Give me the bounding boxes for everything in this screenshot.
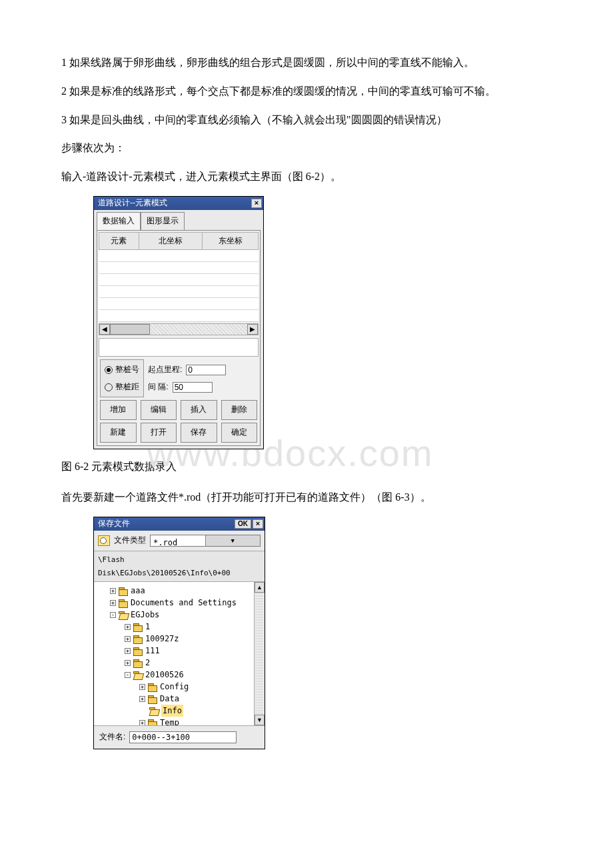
edit-button[interactable]: 编辑 [141,400,177,420]
folder-icon [148,683,157,691]
scroll-thumb[interactable] [110,324,150,335]
tree-node[interactable]: +111 [98,645,250,657]
filename-input[interactable] [129,731,237,743]
close-icon[interactable]: × [253,519,263,529]
folder-icon [133,659,143,667]
chevron-down-icon[interactable]: ▼ [205,535,261,546]
paragraph-2: 2 如果是标准的线路形式，每个交点下都是标准的缓圆缓的情况，中间的零直线可输可不… [40,82,573,101]
element-grid[interactable]: 元素 北坐标 东坐标 [99,232,259,323]
tab-graphic-display[interactable]: 图形显示 [141,212,185,230]
radio-whole-stake-distance[interactable]: 整桩距 [105,380,139,395]
tree-node[interactable]: Info [98,705,250,717]
folder-open-icon [133,671,143,679]
scroll-left-icon[interactable]: ◀ [99,324,110,335]
tree-label: EGJobs [131,609,159,621]
info-box [99,338,259,357]
folder-open-icon [149,707,159,715]
scroll-down-icon[interactable]: ▼ [255,715,265,725]
dialog-titlebar: 保存文件 OK × [94,517,265,531]
new-button[interactable]: 新建 [100,423,137,443]
radio-whole-stake-number[interactable]: 整桩号 [105,363,139,377]
tree-label-selected: Info [161,705,183,717]
expand-icon[interactable]: + [139,720,145,726]
close-icon[interactable]: × [251,199,262,208]
radio-icon [105,383,113,391]
search-icon[interactable] [98,535,110,546]
table-row[interactable] [99,262,259,274]
column-east[interactable]: 东坐标 [203,232,259,250]
insert-button[interactable]: 插入 [181,400,217,420]
column-element[interactable]: 元素 [99,232,139,250]
add-button[interactable]: 增加 [100,400,137,420]
horizontal-scrollbar[interactable]: ◀ ▶ [99,323,259,335]
tree-label: 20100526 [145,669,184,681]
delete-button[interactable]: 删除 [221,400,258,420]
expand-icon[interactable]: + [139,696,145,702]
tree-label: Data [160,693,179,705]
collapse-icon[interactable]: - [125,672,131,678]
ok-button[interactable]: 确定 [221,423,258,443]
table-row[interactable] [99,250,259,262]
paragraph-3: 3 如果是回头曲线，中间的零直线必须输入（不输入就会出现"圆圆圆的错误情况） [40,111,573,130]
scroll-track[interactable] [255,593,265,715]
table-row[interactable] [99,274,259,286]
folder-open-icon [119,611,128,619]
open-button[interactable]: 打开 [141,423,177,443]
scroll-right-icon[interactable]: ▶ [247,324,258,335]
file-type-row: 文件类型 *.rod ▼ [94,531,265,551]
button-row-1: 增加 编辑 插入 删除 [100,400,257,420]
expand-icon[interactable]: + [125,648,131,654]
folder-icon [133,635,143,643]
tree-label: 111 [145,645,160,657]
tree-node[interactable]: +Data [98,693,250,705]
paragraph-1: 1 如果线路属于卵形曲线，卵形曲线的组合形式是圆缓圆，所以中间的零直线不能输入。 [40,53,573,73]
folder-icon [148,695,157,703]
tree-node[interactable]: +2 [98,657,250,669]
paragraph-6: 首先要新建一个道路文件*.rod（打开功能可打开已有的道路文件）（图 6-3）。 [40,488,573,507]
tab-strip: 数据输入 图形显示 [94,210,263,230]
file-type-combo[interactable]: *.rod ▼ [150,535,261,547]
table-row[interactable] [99,286,259,298]
tree-node[interactable]: +1 [98,621,250,633]
start-mileage-label: 起点里程: [148,363,182,377]
tree-node[interactable]: +aaa [98,585,250,597]
start-mileage-input[interactable] [186,365,226,375]
filename-row: 文件名: [94,726,265,749]
save-file-dialog: 保存文件 OK × 文件类型 *.rod ▼ \Flash Disk\EGJob… [93,517,265,749]
save-button[interactable]: 保存 [181,423,217,443]
tree-label: 2 [145,657,150,669]
filename-label: 文件名: [99,730,125,745]
gap-input[interactable] [173,382,213,393]
expand-icon[interactable]: + [139,684,145,690]
expand-icon[interactable]: + [110,600,116,606]
expand-icon[interactable]: + [110,588,116,594]
scroll-track[interactable] [110,324,247,335]
expand-icon[interactable]: + [125,660,131,666]
path-display: \Flash Disk\EGJobs\20100526\Info\0+00 [94,551,265,583]
tree-node[interactable]: -EGJobs [98,609,250,621]
tree-label: 100927z [145,633,179,645]
table-row[interactable] [99,310,259,322]
tree-node[interactable]: +100927z [98,633,250,645]
ok-titlebar-button[interactable]: OK [235,519,251,529]
radio-group: 整桩号 整桩距 [100,359,144,397]
table-row[interactable] [99,298,259,310]
folder-icon [119,587,128,595]
figure-caption-6-2: 图 6-2 元素模式数据录入 [40,457,573,477]
collapse-icon[interactable]: - [110,612,116,618]
scroll-up-icon[interactable]: ▲ [255,582,265,593]
tree-label: aaa [131,585,145,597]
tab-data-input[interactable]: 数据输入 [97,212,141,230]
column-north[interactable]: 北坐标 [139,232,203,250]
expand-icon[interactable]: + [125,636,131,642]
tree-node[interactable]: +Temp [98,717,250,725]
expand-icon[interactable]: + [125,624,131,630]
folder-icon [133,623,143,631]
vertical-scrollbar[interactable]: ▲ ▼ [254,582,265,725]
tree-node[interactable]: +Documents and Settings [98,597,250,609]
file-type-value: *.rod [151,535,205,546]
tree-node[interactable]: +Config [98,681,250,693]
radio-label: 整桩号 [115,363,139,377]
button-row-2: 新建 打开 保存 确定 [100,423,257,443]
tree-node[interactable]: -20100526 [98,669,250,681]
